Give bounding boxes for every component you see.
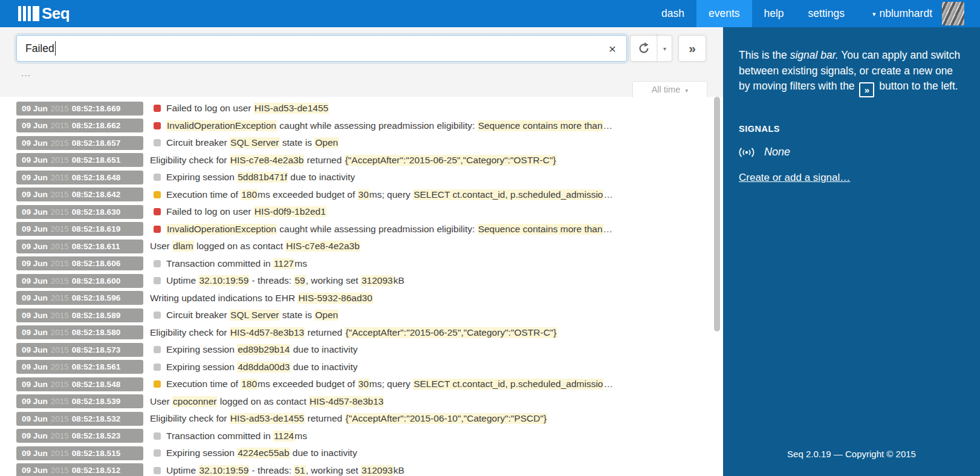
timestamp-year: 2015 [51,293,69,302]
event-row[interactable]: 09 Jun 2015 08:52:18.596 Writing updated… [0,290,713,307]
time-range-label: All time [652,85,681,94]
timestamp-badge: 09 Jun 2015 08:52:18.548 [16,377,143,391]
level-debug-icon [154,260,161,267]
event-row[interactable]: 09 Jun 2015 08:52:18.642 Execution time … [0,186,713,204]
event-content: Expiring session 4224ec55ab due to inact… [150,448,694,458]
event-row[interactable]: 09 Jun 2015 08:52:18.523 Transaction com… [0,428,713,445]
nav-settings[interactable]: settings [796,0,857,27]
event-content: Circuit breaker SQL Server state is Open [150,310,694,321]
nav-help[interactable]: help [752,0,796,27]
level-debug-icon [154,346,161,353]
signal-bar: This is the signal bar. You can apply an… [723,27,980,476]
event-list: 09 Jun 2015 08:52:18.669 Failed to log o… [0,97,713,476]
timestamp-year: 2015 [51,276,69,285]
timestamp-date: 09 Jun [22,104,48,113]
seq-logo-icon [18,6,39,21]
nav-events[interactable]: events [696,0,752,27]
timestamp-badge: 09 Jun 2015 08:52:18.611 [16,240,143,253]
event-row[interactable]: 09 Jun 2015 08:52:18.532 Eligibility che… [0,410,713,428]
event-message: Eligibility check for HIS-ad53-de1455 re… [150,413,547,424]
timestamp-year: 2015 [51,224,69,233]
timestamp-time: 08:52:18.657 [72,139,120,148]
event-row[interactable]: 09 Jun 2015 08:52:18.662 InvalidOperatio… [0,117,713,135]
timestamp-year: 2015 [51,397,69,406]
timestamp-badge: 09 Jun 2015 08:52:18.589 [16,308,143,322]
search-input[interactable]: Failed [16,35,627,62]
level-warning-icon [154,191,161,198]
event-row[interactable]: 09 Jun 2015 08:52:18.512 Uptime 32.10:19… [0,462,713,476]
timestamp-time: 08:52:18.573 [72,345,120,354]
event-content: User cpoconner logged on as contact HIS-… [150,396,694,407]
event-row[interactable]: 09 Jun 2015 08:52:18.589 Circuit breaker… [0,307,713,324]
time-range-button[interactable]: All time ▾ [632,81,707,97]
chevron-down-icon: ▾ [872,10,876,18]
main-nav: dash events help settings ▾ nblumhardt [649,0,980,27]
events-panel: Failed × ▾ » … All time ▾ [0,27,723,476]
timestamp-date: 09 Jun [22,380,48,389]
timestamp-time: 08:52:18.548 [72,380,120,389]
nav-dash[interactable]: dash [649,0,696,27]
move-to-signal-button[interactable]: » [678,35,706,62]
timestamp-time: 08:52:18.662 [72,121,120,130]
event-row[interactable]: 09 Jun 2015 08:52:18.651 Eligibility che… [0,152,713,169]
event-list-scrollbar [714,97,720,476]
level-debug-icon [154,449,161,457]
timestamp-badge: 09 Jun 2015 08:52:18.580 [16,325,143,339]
level-error-icon [154,105,161,112]
event-content: Failed to log on user HIS-d0f9-1b2ed1 [150,206,694,217]
user-name: nblumhardt [879,7,932,20]
event-row[interactable]: 09 Jun 2015 08:52:18.657 Circuit breaker… [0,134,713,152]
event-message: Expiring session 4d8dda00d3 due to inact… [166,362,358,373]
timestamp-badge: 09 Jun 2015 08:52:18.642 [16,187,143,201]
timestamp-badge: 09 Jun 2015 08:52:18.523 [16,429,143,443]
timestamp-year: 2015 [51,155,69,165]
event-row[interactable]: 09 Jun 2015 08:52:18.619 InvalidOperatio… [0,221,713,238]
avatar[interactable] [942,2,964,25]
scrollbar-thumb[interactable] [714,97,720,331]
timestamp-time: 08:52:18.512 [72,466,120,475]
timestamp-year: 2015 [51,311,69,320]
create-signal-link[interactable]: Create or add a signal… [739,172,850,184]
refresh-button[interactable] [630,35,657,62]
chevron-down-icon: ▾ [685,87,688,94]
event-row[interactable]: 09 Jun 2015 08:52:18.648 Expiring sessio… [0,169,713,186]
timestamp-badge: 09 Jun 2015 08:52:18.539 [16,394,143,408]
event-content: Execution time of 180ms exceeded budget … [150,189,694,200]
clear-search-icon[interactable]: × [605,41,620,57]
filter-history-toggle[interactable]: … [21,61,32,79]
event-row[interactable]: 09 Jun 2015 08:52:18.630 Failed to log o… [0,203,713,221]
timestamp-date: 09 Jun [22,449,48,458]
timestamp-date: 09 Jun [22,397,48,406]
event-row[interactable]: 09 Jun 2015 08:52:18.573 Expiring sessio… [0,341,713,359]
level-debug-icon [154,467,161,474]
timestamp-date: 09 Jun [22,293,48,302]
event-message: Execution time of 180ms exceeded budget … [166,379,613,390]
event-message: Failed to log on user HIS-d0f9-1b2ed1 [166,206,326,217]
timestamp-badge: 09 Jun 2015 08:52:18.630 [16,205,143,219]
event-row[interactable]: 09 Jun 2015 08:52:18.548 Execution time … [0,376,713,393]
event-row[interactable]: 09 Jun 2015 08:52:18.600 Uptime 32.10:19… [0,272,713,290]
event-row[interactable]: 09 Jun 2015 08:52:18.611 User dlam logge… [0,238,713,255]
timestamp-date: 09 Jun [22,259,48,268]
timestamp-badge: 09 Jun 2015 08:52:18.596 [16,291,143,305]
timestamp-time: 08:52:18.611 [72,242,120,251]
refresh-options-button[interactable]: ▾ [657,35,672,62]
event-row[interactable]: 09 Jun 2015 08:52:18.606 Transaction com… [0,255,713,273]
event-message: Circuit breaker SQL Server state is Open [166,310,339,321]
event-row[interactable]: 09 Jun 2015 08:52:18.580 Eligibility che… [0,324,713,342]
event-row[interactable]: 09 Jun 2015 08:52:18.561 Expiring sessio… [0,359,713,376]
event-row[interactable]: 09 Jun 2015 08:52:18.669 Failed to log o… [0,100,713,117]
seq-logo[interactable]: Seq [18,0,70,27]
event-message: User dlam logged on as contact HIS-c7e8-… [150,241,360,252]
timestamp-time: 08:52:18.651 [72,155,120,165]
event-row[interactable]: 09 Jun 2015 08:52:18.539 User cpoconner … [0,393,713,411]
event-message: Uptime 32.10:19:59 - threads: 51, workin… [166,465,404,476]
event-content: Execution time of 180ms exceeded budget … [150,379,694,390]
level-debug-icon [154,174,161,181]
timestamp-date: 09 Jun [22,276,48,285]
timestamp-date: 09 Jun [22,190,48,199]
event-row[interactable]: 09 Jun 2015 08:52:18.515 Expiring sessio… [0,445,713,462]
timestamp-time: 08:52:18.539 [72,397,120,406]
timestamp-time: 08:52:18.630 [72,207,120,217]
user-menu[interactable]: ▾ nblumhardt [857,0,938,27]
